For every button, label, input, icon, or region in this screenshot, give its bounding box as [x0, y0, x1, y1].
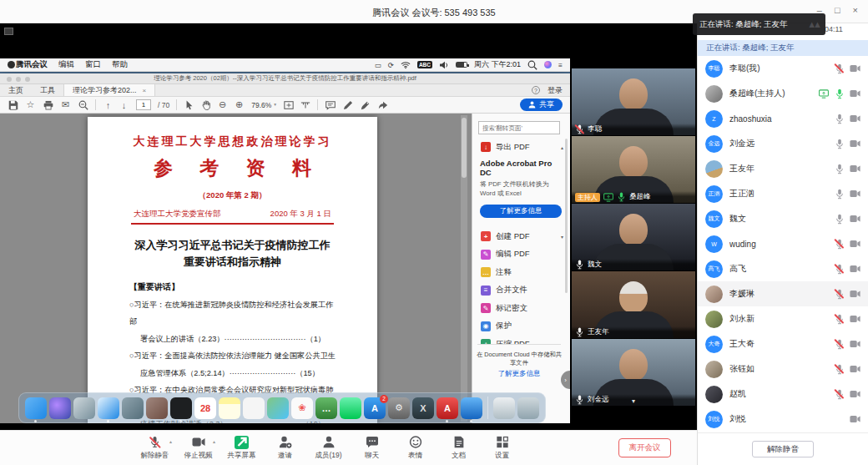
dock-icon-finder[interactable] [25, 397, 47, 419]
participant-row[interactable]: 张钰如 [698, 356, 868, 382]
menu-list-icon[interactable]: ≡ [558, 61, 563, 69]
select-cursor-icon[interactable] [184, 99, 194, 111]
page-down-icon[interactable]: ↓ [119, 99, 129, 111]
dock-icon-reminders[interactable] [243, 397, 265, 419]
toolbar-button-members[interactable]: 成员(19) [309, 434, 348, 461]
dock-icon-xquartz[interactable]: X [412, 397, 434, 419]
tool-item[interactable]: ≡ 合并文件 [481, 285, 563, 296]
zoom-out-icon[interactable] [78, 99, 88, 111]
dock-icon-facetime[interactable] [340, 397, 361, 419]
dock-icon-documents[interactable] [493, 397, 515, 419]
dock-icon-safari[interactable] [98, 397, 119, 419]
zoom-level-dropdown[interactable]: 79.6% ▾ [251, 101, 276, 109]
participant-row[interactable]: 正汹 王正汹 [698, 181, 868, 206]
dock-icon-adobe-acrobat[interactable]: A [437, 397, 458, 419]
participant-row[interactable]: 李聪 李聪(我) [698, 56, 868, 81]
camera-status-icon[interactable] [850, 240, 860, 248]
toolbar-button-mic[interactable]: 解除静音 ▴ [135, 434, 174, 461]
zoom-minus-icon[interactable]: ⊖ [217, 99, 228, 111]
mic-status-icon[interactable] [835, 364, 844, 375]
collapse-videos-chevron[interactable]: ▾ [632, 397, 635, 405]
camera-status-icon[interactable] [850, 340, 860, 348]
participant-row[interactable]: 李媛琳 [698, 281, 868, 306]
tool-item[interactable]: … 注释 [481, 266, 563, 278]
unmute-button[interactable]: 解除静音 [752, 441, 814, 457]
camera-status-icon[interactable] [850, 139, 860, 148]
participant-row[interactable]: Z zhaoshuxia [698, 106, 868, 131]
battery-icon[interactable] [456, 62, 467, 68]
dock-icon-preview[interactable] [122, 397, 144, 419]
dock-icon-calendar[interactable]: 28 [194, 397, 216, 419]
mic-status-icon[interactable] [835, 264, 844, 275]
tools-search-input[interactable] [478, 121, 560, 134]
mic-status-icon[interactable] [835, 314, 844, 325]
participant-row[interactable]: 金远 刘金远 [698, 131, 868, 156]
mic-status-icon[interactable] [835, 289, 844, 300]
toolbar-button-emoji[interactable]: 表情 [396, 434, 435, 461]
tool-item[interactable]: + 创建 PDF ▾ [481, 230, 563, 242]
camera-status-icon[interactable] [850, 365, 860, 373]
participant-row[interactable]: 赵凯 [698, 382, 868, 407]
menubar-menu-item[interactable]: 编辑 [58, 59, 74, 70]
toolbar-button-camera[interactable]: 停止视频 ▴ [179, 434, 218, 461]
dock-icon-notes[interactable] [219, 397, 240, 419]
participant-row[interactable]: 刘永新 [698, 306, 868, 331]
camera-status-icon[interactable] [850, 89, 860, 98]
toolbar-button-docs[interactable]: 文档 [439, 434, 478, 461]
sign-in-link[interactable]: 登录 [548, 85, 563, 96]
menubar-menu-item[interactable]: 帮助 [112, 59, 128, 70]
dock-icon-siri[interactable] [49, 397, 71, 419]
page-up-icon[interactable]: ↑ [103, 99, 114, 111]
mic-status-icon[interactable] [835, 339, 844, 350]
mic-status-icon[interactable] [835, 139, 844, 149]
fit-width-icon[interactable] [283, 99, 294, 111]
video-tile[interactable]: 李聪 [572, 68, 695, 135]
camera-status-icon[interactable] [850, 190, 860, 198]
mic-status-icon[interactable] [835, 114, 844, 124]
dock-icon-trash[interactable] [517, 397, 539, 419]
dock-icon-launchpad[interactable] [73, 397, 95, 419]
tab-close-icon[interactable]: × [143, 87, 147, 94]
camera-status-icon[interactable] [850, 315, 860, 323]
apple-menu-icon[interactable] [8, 61, 15, 68]
document-pane[interactable]: 大连理工大学思想政治理论学习 参 考 资 料 （2020 年第 2 期） 大连理… [0, 114, 472, 423]
learn-more-link[interactable]: 了解更多信息 [472, 369, 566, 379]
participant-row[interactable]: 桑超峰(主持人) [698, 81, 868, 106]
pencil-icon[interactable] [342, 99, 353, 111]
camera-status-icon[interactable] [850, 390, 860, 398]
toolbar-button-apps[interactable]: 设置 [482, 434, 522, 461]
input-ABC-icon[interactable]: ABC [417, 61, 432, 68]
mic-status-icon[interactable] [835, 164, 844, 174]
camera-status-icon[interactable] [850, 164, 860, 173]
participant-row[interactable]: 王友年 [698, 156, 868, 181]
participant-row[interactable]: 魏文 魏文 [698, 206, 868, 231]
mic-status-icon[interactable] [835, 88, 844, 99]
maximize-button[interactable]: □ [835, 6, 840, 15]
dock-icon-app-store[interactable]: A2 [364, 397, 386, 419]
tab-tools[interactable]: 工具 [32, 84, 63, 96]
star-icon[interactable]: ☆ [25, 99, 36, 111]
send-icon[interactable] [377, 99, 388, 111]
tool-item[interactable]: ✎ 编辑 PDF [481, 249, 563, 260]
tab-home[interactable]: 主页 [0, 84, 32, 96]
mic-status-icon[interactable] [835, 214, 844, 225]
dock-icon-messages[interactable]: … [315, 397, 337, 419]
camera-status-icon[interactable] [850, 415, 860, 423]
dock-icon-system-preferences[interactable]: ⚙ [388, 397, 410, 419]
page-number-input[interactable]: 1 [136, 99, 151, 110]
panel-scrollbar[interactable] [565, 139, 568, 293]
menubar-menu-item[interactable]: 窗口 [85, 59, 101, 70]
camera-status-icon[interactable] [850, 215, 860, 223]
camera-status-icon[interactable] [850, 114, 860, 123]
participant-row[interactable]: 大奇 王大奇 [698, 331, 868, 356]
toolbar-button-chat[interactable]: 聊天 [352, 434, 391, 461]
traffic-light-buttons[interactable] [7, 77, 30, 82]
tool-item[interactable]: ↕ 压缩 PDF [481, 338, 563, 344]
refresh-icon[interactable]: ⟳ [388, 61, 394, 69]
video-tile[interactable]: 刘金远 ▾ [572, 339, 695, 406]
video-tile[interactable]: 魏文 [572, 204, 695, 270]
panel-collapse-handle[interactable]: › [561, 371, 570, 389]
mic-status-icon[interactable] [835, 63, 844, 74]
comment-icon[interactable] [325, 99, 336, 111]
sign-icon[interactable] [360, 99, 371, 111]
